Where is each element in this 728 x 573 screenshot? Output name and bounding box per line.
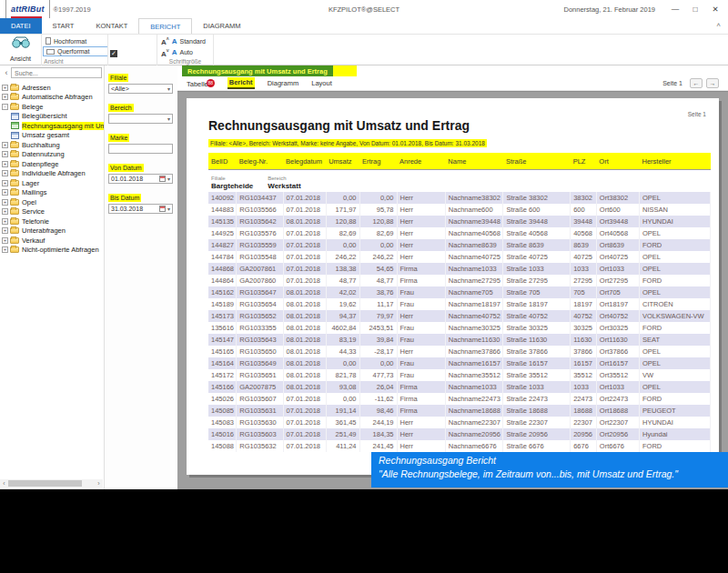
expand-expander-icon[interactable]: + xyxy=(2,85,8,91)
tree-item-label: Datenpflege xyxy=(22,160,58,168)
tree-query-item[interactable]: Rechnungsausgang mit Umsatz und Ertrag xyxy=(2,121,104,131)
table-cell: 145164 xyxy=(208,357,237,369)
table-cell: RG1033355 xyxy=(237,322,283,334)
table-cell: OPEL xyxy=(640,357,711,369)
tab-bericht[interactable]: Bericht xyxy=(228,77,255,89)
scroll-left-icon[interactable]: ‹ xyxy=(0,480,8,487)
tab-diagramm[interactable]: Diagramm xyxy=(268,79,299,87)
tree-folder-item[interactable]: +Verkauf xyxy=(2,236,104,246)
tree-folder-item[interactable]: +Service xyxy=(2,207,104,217)
table-cell: 477,73 xyxy=(359,369,397,381)
hochformat-button[interactable]: Hochformat xyxy=(43,36,108,45)
prev-page-button[interactable]: ← xyxy=(690,78,703,88)
expand-expander-icon[interactable]: + xyxy=(2,142,8,148)
tree-folder-item[interactable]: +Automatische Abfragen xyxy=(2,93,104,103)
tree-folder-item[interactable]: -Belege xyxy=(2,102,104,112)
table-cell: 07.01.2018 xyxy=(283,275,326,286)
expand-expander-icon[interactable]: + xyxy=(2,170,8,176)
expand-expander-icon[interactable]: + xyxy=(2,218,8,225)
ansicht-view-button[interactable]: Ansicht xyxy=(0,35,42,65)
tree-folder-item[interactable]: +Lager xyxy=(2,178,104,188)
expand-expander-icon[interactable]: + xyxy=(2,189,8,196)
expand-expander-icon[interactable]: + xyxy=(2,151,8,157)
table-cell: 79,97 xyxy=(359,310,397,322)
expand-expander-icon[interactable]: + xyxy=(2,161,8,167)
table-cell: Ort27295 xyxy=(596,275,639,286)
ribbon-tab-diagramm[interactable]: DIAGRAMM xyxy=(192,18,251,34)
gruppendetails-checkbox[interactable]: ✓Gruppendetails xyxy=(110,35,157,65)
bereich-select[interactable]: ▾ xyxy=(108,114,173,124)
querformat-button[interactable]: Querformat xyxy=(43,46,108,56)
ribbon-collapse-icon[interactable]: ˄ xyxy=(716,18,728,34)
table-cell: Frau xyxy=(397,334,445,346)
tab-layout-label: Layout xyxy=(311,79,332,87)
maximize-button[interactable]: □ xyxy=(686,2,704,16)
table-row: 135616RG103335508.01.20184602,842453,51F… xyxy=(208,322,711,334)
tab-layout[interactable]: Layout xyxy=(311,79,332,87)
ribbon-tab-start[interactable]: START xyxy=(42,18,86,34)
font-auto-button[interactable]: A˅ A Auto xyxy=(161,48,213,58)
scrollbar-thumb[interactable] xyxy=(8,480,82,487)
tree-folder-item[interactable]: +Nicht-optimierte Abfragen xyxy=(2,246,104,256)
tree-folder-item[interactable]: +Mailings xyxy=(2,188,104,198)
tab-tabelle[interactable]: Tabelle88 xyxy=(187,79,215,88)
chevron-down-icon: ▾ xyxy=(167,116,170,122)
expand-expander-icon[interactable]: + xyxy=(2,180,8,186)
von-datum-input[interactable]: 01.01.2018 ▾ xyxy=(108,174,173,184)
expand-expander-icon[interactable]: + xyxy=(2,237,8,244)
table-cell: 08.01.2018 xyxy=(283,298,326,310)
expand-expander-icon[interactable]: + xyxy=(2,227,8,234)
von-datum-value: 01.01.2018 xyxy=(111,176,159,182)
expand-expander-icon[interactable]: + xyxy=(2,246,8,253)
table-cell: Herr xyxy=(397,239,445,251)
table-cell: Nachname22473 xyxy=(445,393,503,405)
table-cell: 145088 xyxy=(208,440,237,452)
tree-folder-item[interactable]: +Telefonie xyxy=(2,216,104,226)
sidebar-scrollbar[interactable]: ‹ › xyxy=(0,479,103,488)
tree-query-item[interactable]: Umsatz gesamt xyxy=(2,131,104,141)
column-header: Hersteller xyxy=(640,153,711,170)
filiale-select[interactable]: <Alle> ▾ xyxy=(108,84,173,94)
close-button[interactable]: ✕ xyxy=(706,2,724,16)
scroll-right-icon[interactable]: › xyxy=(95,480,103,487)
table-cell: VOLKSWAGEN-VW xyxy=(640,310,711,322)
next-page-button[interactable]: → xyxy=(706,78,719,88)
tree-folder-item[interactable]: +Individuelle Abfragen xyxy=(2,169,104,179)
minimize-button[interactable]: — xyxy=(666,2,684,16)
report-title: Rechnungsausgang mit Umsatz und Ertrag xyxy=(208,118,710,133)
tree-folder-item[interactable]: +Datenpflege xyxy=(2,159,104,169)
table-cell: 241,45 xyxy=(359,440,397,452)
sidebar-back-button[interactable]: ‹ xyxy=(2,68,11,77)
tree-folder-item[interactable]: +Datennutzung xyxy=(2,150,104,160)
collapse-expander-icon[interactable]: - xyxy=(2,104,8,110)
expand-expander-icon[interactable]: + xyxy=(2,94,8,100)
table-row: 144883RG103556607.01.2018171,9795,78Herr… xyxy=(208,204,711,216)
bis-datum-input[interactable]: 31.03.2018 ▾ xyxy=(108,204,173,214)
table-cell: OPEL xyxy=(640,263,711,275)
table-cell: Straße 30325 xyxy=(503,322,571,334)
ribbon-tab-bericht[interactable]: BERICHT xyxy=(138,18,192,34)
table-cell: GA2007860 xyxy=(237,275,283,286)
ribbon-tab-datei[interactable]: DATEI xyxy=(0,18,42,34)
tree-folder-item[interactable]: +Opel xyxy=(2,197,104,207)
search-input[interactable] xyxy=(11,67,102,78)
table-cell: Straße 35512 xyxy=(503,369,571,381)
scrollbar-track[interactable] xyxy=(8,479,95,488)
marke-input[interactable] xyxy=(108,144,173,154)
table-cell: RG1035631 xyxy=(237,405,283,417)
expand-expander-icon[interactable]: + xyxy=(2,208,8,215)
table-cell: 08.01.2018 xyxy=(283,381,326,393)
tree-folder-item[interactable]: +Adressen xyxy=(2,83,104,93)
tree-folder-item[interactable]: +Unterabfragen xyxy=(2,226,104,236)
tree-query-item[interactable]: Belegübersicht xyxy=(2,112,104,122)
expand-expander-icon[interactable]: + xyxy=(2,199,8,206)
font-standard-button[interactable]: A˄ A Standard xyxy=(161,36,213,46)
tree-folder-item[interactable]: +Buchhaltung xyxy=(2,140,104,150)
report-page: Seite 1 Rechnungsausgang mit Umsatz und … xyxy=(187,98,719,475)
table-cell: OPEL xyxy=(640,286,711,298)
ribbon-tab-kontakt[interactable]: KONTAKT xyxy=(85,18,138,34)
table-cell: Nachname11630 xyxy=(445,334,503,346)
table-cell: Straße 37866 xyxy=(503,346,571,357)
table-cell: Straße 27295 xyxy=(503,275,571,286)
table-cell: Nachname27295 xyxy=(445,275,503,286)
